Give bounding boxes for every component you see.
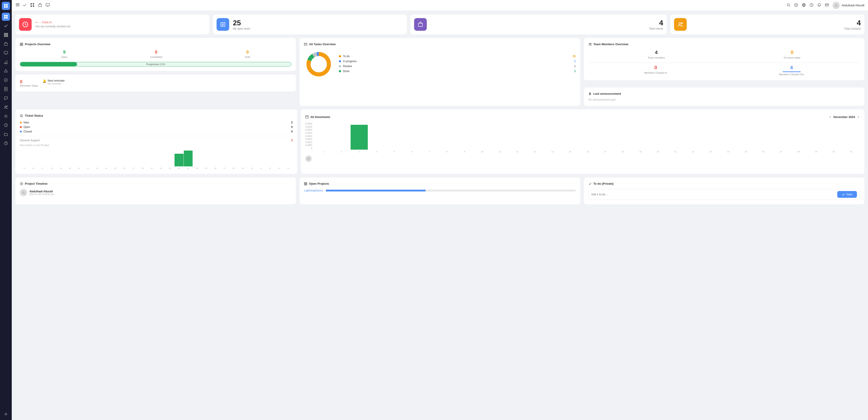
- topnav-briefcase-icon[interactable]: [38, 3, 42, 8]
- svg-rect-6: [4, 17, 6, 19]
- clock-icon: [19, 18, 32, 31]
- projects-stats: 9 Open 0 Completed 0 Hold: [20, 50, 291, 58]
- clock-in-button[interactable]: ↪ → Clock In: [35, 21, 206, 24]
- topnav-globe-icon[interactable]: [802, 3, 806, 8]
- svg-rect-17: [4, 43, 7, 46]
- topnav-tasks-icon[interactable]: [23, 3, 27, 8]
- clocked-stats: 0 Members Clocked In 4 Members Clocked O…: [588, 65, 860, 76]
- svg-rect-61: [304, 43, 307, 46]
- topnav-monitor-icon[interactable]: [46, 3, 50, 8]
- sidebar-item-folder[interactable]: [2, 130, 10, 138]
- timeline-user-name: Abdulhadi Alturafi: [29, 190, 54, 193]
- sidebar-item-clock[interactable]: [2, 121, 10, 129]
- sidebar-item-apps[interactable]: [2, 31, 10, 39]
- sidebar-item-check-circle[interactable]: [2, 76, 10, 84]
- timesheets-chart: 0.00400.00350.00300.00250.00200.00150.00…: [305, 122, 860, 153]
- tasks-overview-title: All Tasks Overview: [304, 42, 576, 46]
- todo-card: To do (Private) Save: [584, 177, 864, 204]
- timesheets-month: December 2024: [833, 115, 855, 119]
- project-timeline-card: Project Timeline Abdulhadi Alturafi 2024…: [16, 177, 296, 204]
- on-leave-label: On leave today: [784, 56, 800, 59]
- tasks-card: 25 My open tasks: [213, 14, 407, 34]
- project-link[interactable]: LightningStores: [304, 189, 323, 192]
- topnav-mail-icon[interactable]: [825, 3, 829, 8]
- sidebar-item-settings-cog[interactable]: [2, 112, 10, 120]
- announcement-card: Last announcement No announcement yet!: [584, 88, 864, 106]
- sidebar-item-chat[interactable]: [2, 94, 10, 102]
- svg-rect-10: [7, 33, 8, 34]
- ticket-chart-label: New tickets in last 30 days: [20, 144, 293, 147]
- timesheets-next[interactable]: ›: [857, 114, 860, 120]
- svg-rect-1: [6, 4, 8, 6]
- svg-rect-83: [306, 182, 307, 184]
- todo-input[interactable]: [591, 193, 837, 196]
- projects-open-value: 9: [61, 50, 67, 55]
- ticket-new: New 2: [20, 121, 293, 124]
- clocked-out-label: Members Clocked Out: [779, 73, 804, 76]
- svg-rect-57: [20, 43, 21, 44]
- clocked-in-label: Members Clocked In: [644, 71, 667, 74]
- tasks-label: My open tasks: [233, 27, 250, 30]
- svg-rect-15: [5, 36, 6, 37]
- projects-title: Projects Overview: [20, 42, 291, 46]
- svg-point-48: [835, 4, 837, 6]
- svg-rect-34: [31, 3, 32, 4]
- contacts-card: 4 Total contacts: [671, 14, 864, 34]
- todo-save-button[interactable]: Save: [837, 191, 857, 198]
- timesheets-title: All timesheets: [305, 115, 330, 119]
- clients-icon: [414, 18, 427, 31]
- svg-rect-18: [4, 51, 8, 54]
- svg-rect-35: [33, 3, 34, 4]
- svg-point-26: [6, 106, 7, 107]
- sidebar-item-shapes[interactable]: [2, 67, 10, 75]
- svg-rect-59: [20, 44, 21, 46]
- svg-line-41: [789, 6, 790, 6]
- sidebar-item-help[interactable]: [2, 139, 10, 147]
- menu-toggle[interactable]: [16, 2, 20, 8]
- sidebar-item-chart[interactable]: [2, 58, 10, 66]
- open-projects-title: Open Projects: [304, 182, 576, 185]
- clock-card: ↪ → Clock In You are currently clocked o…: [16, 14, 209, 34]
- svg-rect-36: [31, 5, 32, 7]
- svg-rect-58: [22, 43, 23, 44]
- topnav-clock-icon[interactable]: [809, 3, 813, 8]
- topnav-apps-icon[interactable]: [30, 3, 34, 8]
- user-menu[interactable]: Abdulhadi Alturafi: [833, 2, 864, 9]
- svg-rect-85: [306, 184, 307, 185]
- projects-hold-value: 0: [245, 50, 250, 55]
- sidebar-item-book[interactable]: [2, 85, 10, 93]
- topnav-search-icon[interactable]: [786, 3, 790, 8]
- projects-open-label: Open: [61, 56, 67, 58]
- team-title: Team Members Overview: [588, 42, 860, 46]
- projects-overview-card: Projects Overview 9 Open 0 Completed 0 H…: [16, 38, 296, 71]
- team-members-count: 4: [648, 50, 665, 55]
- sidebar-item-briefcase[interactable]: [2, 40, 10, 48]
- svg-point-67: [589, 43, 590, 44]
- timesheets-prev[interactable]: ‹: [829, 114, 832, 120]
- tasks-overview-card: All Tasks Overview: [300, 38, 580, 106]
- svg-rect-84: [304, 184, 305, 185]
- sidebar-item-dashboard[interactable]: [2, 13, 10, 21]
- sidebar-item-monitor[interactable]: [2, 49, 10, 57]
- contacts-count: 4: [690, 19, 861, 27]
- svg-rect-60: [22, 44, 23, 46]
- ticket-closed: Closed 0: [20, 130, 293, 133]
- sidebar-item-people[interactable]: [2, 103, 10, 111]
- timeline-user-date: 2024-12-09 10:58:53 am: [29, 193, 54, 196]
- svg-point-27: [5, 116, 6, 117]
- svg-rect-82: [304, 182, 305, 184]
- svg-point-81: [23, 191, 24, 193]
- sidebar-logo[interactable]: [2, 2, 10, 10]
- svg-rect-54: [418, 23, 423, 26]
- svg-rect-77: [306, 116, 308, 118]
- on-leave-count: 0: [784, 50, 800, 55]
- svg-point-25: [5, 106, 6, 107]
- topnav-bell-icon[interactable]: [817, 3, 821, 8]
- ticket-x-labels: 1516171819202122232425262728293001020304…: [20, 167, 293, 169]
- svg-rect-11: [4, 34, 5, 35]
- topnav-add-icon[interactable]: [794, 3, 798, 8]
- svg-rect-39: [46, 3, 50, 6]
- sidebar-item-tasks[interactable]: [2, 22, 10, 30]
- team-stats: 4 Team members 0 On leave today: [588, 50, 860, 59]
- timesheets-nav: ‹ December 2024 ›: [829, 114, 860, 120]
